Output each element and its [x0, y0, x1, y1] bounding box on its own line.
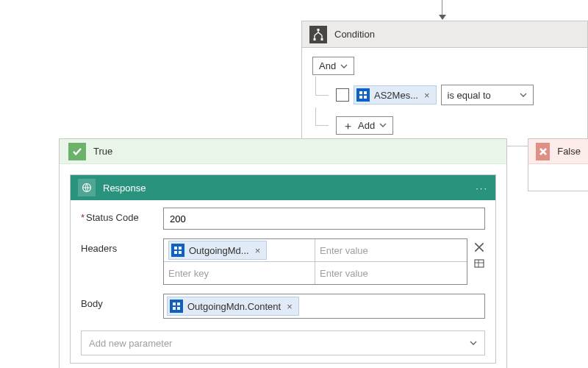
svg-rect-0	[318, 29, 320, 31]
svg-rect-8	[174, 247, 177, 250]
svg-rect-9	[179, 247, 182, 250]
remove-header-row-icon[interactable]	[473, 241, 485, 253]
token-label: AS2Mes...	[374, 90, 418, 101]
tree-connector	[312, 115, 331, 135]
add-parameter-label: Add new parameter	[89, 338, 172, 349]
as2-token-icon	[171, 244, 184, 257]
as2-token-icon	[356, 88, 370, 102]
svg-rect-16	[177, 307, 180, 310]
switch-headers-mode-icon[interactable]	[473, 258, 485, 272]
svg-rect-6	[364, 96, 367, 99]
condition-row-checkbox[interactable]	[336, 88, 349, 102]
plus-icon: ＋	[343, 120, 354, 131]
headers-label: Headers	[81, 238, 163, 254]
x-icon	[536, 143, 550, 160]
false-branch-header[interactable]: False	[528, 139, 588, 164]
svg-rect-4	[364, 91, 367, 94]
chevron-down-icon	[379, 121, 387, 129]
body-input[interactable]: OutgoingMdn.Content ×	[163, 294, 485, 319]
chevron-down-icon	[340, 63, 348, 70]
condition-operator-dropdown[interactable]: And	[312, 57, 354, 75]
condition-value-token[interactable]: AS2Mes... ×	[354, 85, 437, 105]
comparator-label: is equal to	[448, 90, 491, 101]
svg-rect-5	[359, 96, 362, 99]
value-placeholder: Enter value	[320, 245, 368, 256]
chevron-down-icon	[520, 91, 527, 99]
condition-comparator-dropdown[interactable]: is equal to	[441, 85, 534, 105]
header-key-token[interactable]: OutgoingMd... ×	[168, 241, 267, 260]
false-branch-card: False	[528, 138, 588, 191]
checkmark-icon	[68, 143, 86, 160]
body-label: Body	[81, 294, 163, 309]
header-value-cell[interactable]: Enter value	[315, 239, 467, 262]
svg-rect-13	[173, 302, 176, 305]
svg-rect-11	[179, 251, 182, 254]
svg-rect-12	[475, 260, 484, 267]
condition-header[interactable]: Condition	[302, 21, 587, 48]
as2-token-icon	[170, 300, 183, 313]
response-title: Response	[103, 183, 146, 194]
add-action-button[interactable]: Add an action	[60, 364, 506, 368]
header-key-cell[interactable]: OutgoingMd... ×	[164, 239, 315, 262]
header-key-cell[interactable]: Enter key	[164, 262, 315, 284]
true-branch-card: True Response ··· *Status Code Headers	[59, 138, 507, 368]
headers-table: OutgoingMd... × Enter value Enter key En…	[163, 238, 467, 285]
response-card: Response ··· *Status Code Headers	[70, 174, 496, 364]
svg-rect-14	[177, 302, 180, 305]
flow-arrow-down	[437, 0, 448, 21]
status-code-label: *Status Code	[81, 208, 163, 223]
condition-add-button[interactable]: ＋ Add	[336, 116, 393, 135]
token-label: OutgoingMd...	[189, 245, 249, 256]
condition-icon	[309, 26, 327, 43]
response-header[interactable]: Response ···	[71, 175, 495, 200]
false-title: False	[557, 146, 581, 157]
token-remove-icon[interactable]: ×	[254, 245, 262, 256]
body-content-token[interactable]: OutgoingMdn.Content ×	[167, 297, 299, 316]
chevron-down-icon	[470, 339, 477, 347]
true-title: True	[93, 146, 112, 157]
svg-rect-1	[314, 38, 316, 40]
condition-card: Condition And AS2Mes... × is equal to	[301, 21, 588, 146]
tree-connector	[312, 82, 331, 107]
true-branch-header[interactable]: True	[60, 139, 506, 164]
token-remove-icon[interactable]: ×	[423, 90, 431, 101]
more-menu-icon[interactable]: ···	[476, 183, 488, 194]
condition-operator-label: And	[319, 60, 336, 71]
value-placeholder: Enter value	[320, 268, 368, 279]
svg-rect-10	[174, 251, 177, 254]
svg-rect-2	[321, 38, 323, 40]
svg-rect-15	[173, 307, 176, 310]
header-value-cell[interactable]: Enter value	[315, 262, 467, 284]
token-remove-icon[interactable]: ×	[285, 301, 294, 312]
svg-rect-3	[359, 91, 362, 94]
add-label: Add	[358, 120, 375, 131]
condition-title: Condition	[334, 29, 375, 40]
status-code-input[interactable]	[163, 208, 485, 230]
token-label: OutgoingMdn.Content	[187, 301, 281, 312]
globe-icon	[78, 179, 96, 197]
key-placeholder: Enter key	[168, 268, 209, 279]
add-parameter-dropdown[interactable]: Add new parameter	[81, 330, 485, 355]
